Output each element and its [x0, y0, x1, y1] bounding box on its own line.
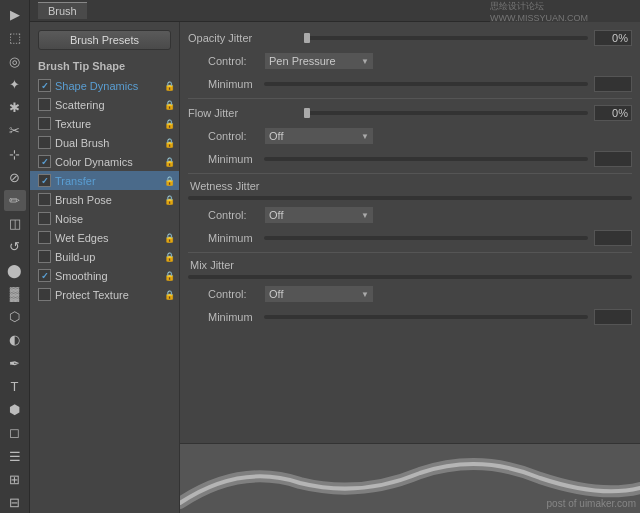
label-transfer[interactable]: Transfer [55, 175, 161, 187]
minimum-slider-4[interactable] [264, 315, 588, 319]
control-row-4: Control: Off ▼ [188, 285, 632, 303]
divider-3 [188, 252, 632, 253]
brush-item-smoothing[interactable]: Smoothing 🔒 [30, 266, 179, 285]
brush-item-texture[interactable]: Texture 🔒 [30, 114, 179, 133]
tool-marquee-rect[interactable]: ⬚ [4, 27, 26, 48]
label-wet-edges[interactable]: Wet Edges [55, 232, 161, 244]
label-brush-pose[interactable]: Brush Pose [55, 194, 161, 206]
chevron-down-icon-2: ▼ [361, 132, 369, 141]
lock-icon-build-up: 🔒 [163, 251, 175, 263]
tool-history[interactable]: ↺ [4, 236, 26, 257]
control-select-3[interactable]: Off ▼ [264, 206, 374, 224]
checkbox-protect-texture[interactable] [38, 288, 51, 301]
tool-move[interactable]: ▶ [4, 4, 26, 25]
tool-hand[interactable]: ⊞ [4, 469, 26, 490]
tool-brush[interactable]: ✏ [4, 190, 26, 211]
tool-shape[interactable]: ◻ [4, 422, 26, 443]
tool-crop[interactable]: ✂ [4, 120, 26, 141]
control-row-3: Control: Off ▼ [188, 206, 632, 224]
tool-type[interactable]: T [4, 376, 26, 397]
lock-icon-scattering: 🔒 [163, 99, 175, 111]
tool-dodge[interactable]: ◐ [4, 329, 26, 350]
lock-icon-brush-pose: 🔒 [163, 194, 175, 206]
tool-stamp[interactable]: ◫ [4, 213, 26, 234]
opacity-jitter-slider[interactable] [304, 36, 588, 40]
tool-gradient[interactable]: ▓ [4, 283, 26, 304]
brush-item-noise[interactable]: Noise [30, 209, 179, 228]
label-color-dynamics[interactable]: Color Dynamics [55, 156, 161, 168]
brush-item-dual-brush[interactable]: Dual Brush 🔒 [30, 133, 179, 152]
lock-icon-smoothing: 🔒 [163, 270, 175, 282]
checkbox-color-dynamics[interactable] [38, 155, 51, 168]
minimum-value-3[interactable] [594, 230, 632, 246]
tool-zoom[interactable]: ⊟ [4, 492, 26, 513]
divider-1 [188, 98, 632, 99]
tool-pen[interactable]: ✒ [4, 353, 26, 374]
minimum-slider-3[interactable] [264, 236, 588, 240]
content-area: Brush Presets Brush Tip Shape Shape Dyna… [30, 22, 640, 513]
tool-path-select[interactable]: ⬢ [4, 399, 26, 420]
checkbox-wet-edges[interactable] [38, 231, 51, 244]
brush-item-color-dynamics[interactable]: Color Dynamics 🔒 [30, 152, 179, 171]
lock-icon-wet-edges: 🔒 [163, 232, 175, 244]
opacity-jitter-row: Opacity Jitter 0% [188, 30, 632, 46]
flow-jitter-value[interactable]: 0% [594, 105, 632, 121]
control-select-2[interactable]: Off ▼ [264, 127, 374, 145]
label-protect-texture[interactable]: Protect Texture [55, 289, 161, 301]
label-build-up[interactable]: Build-up [55, 251, 161, 263]
tool-marquee-ellipse[interactable]: ◎ [4, 50, 26, 71]
brush-item-wet-edges[interactable]: Wet Edges 🔒 [30, 228, 179, 247]
label-shape-dynamics[interactable]: Shape Dynamics [55, 80, 161, 92]
main-panel: Brush 思绘设计论坛 WWW.MISSYUAN.COM Brush Pres… [30, 0, 640, 513]
tool-eraser[interactable]: ⬤ [4, 260, 26, 281]
label-dual-brush[interactable]: Dual Brush [55, 137, 161, 149]
checkbox-noise[interactable] [38, 212, 51, 225]
chevron-down-icon-1: ▼ [361, 57, 369, 66]
wetness-jitter-slider[interactable] [188, 196, 632, 200]
brush-item-shape-dynamics[interactable]: Shape Dynamics 🔒 [30, 76, 179, 95]
checkbox-dual-brush[interactable] [38, 136, 51, 149]
mix-jitter-slider[interactable] [188, 275, 632, 279]
checkbox-brush-pose[interactable] [38, 193, 51, 206]
minimum-slider-1[interactable] [264, 82, 588, 86]
opacity-jitter-label: Opacity Jitter [188, 32, 298, 44]
tab-brush[interactable]: Brush [38, 2, 87, 19]
checkbox-scattering[interactable] [38, 98, 51, 111]
opacity-jitter-value[interactable]: 0% [594, 30, 632, 46]
control-select-2-value: Off [269, 130, 283, 142]
label-texture[interactable]: Texture [55, 118, 161, 130]
checkbox-shape-dynamics[interactable] [38, 79, 51, 92]
flow-jitter-thumb[interactable] [304, 108, 310, 118]
control-select-4[interactable]: Off ▼ [264, 285, 374, 303]
tool-notes[interactable]: ☰ [4, 445, 26, 466]
minimum-value-4[interactable] [594, 309, 632, 325]
label-scattering[interactable]: Scattering [55, 99, 161, 111]
brush-item-scattering[interactable]: Scattering 🔒 [30, 95, 179, 114]
tool-blur[interactable]: ⬡ [4, 306, 26, 327]
minimum-slider-2[interactable] [264, 157, 588, 161]
checkbox-build-up[interactable] [38, 250, 51, 263]
label-smoothing[interactable]: Smoothing [55, 270, 161, 282]
flow-jitter-slider[interactable] [304, 111, 588, 115]
opacity-jitter-thumb[interactable] [304, 33, 310, 43]
tool-lasso[interactable]: ✦ [4, 74, 26, 95]
watermark-text: 思绘设计论坛 WWW.MISSYUAN.COM [490, 0, 636, 23]
brush-item-protect-texture[interactable]: Protect Texture 🔒 [30, 285, 179, 304]
checkbox-transfer[interactable] [38, 174, 51, 187]
checkbox-texture[interactable] [38, 117, 51, 130]
label-noise[interactable]: Noise [55, 213, 175, 225]
minimum-value-2[interactable] [594, 151, 632, 167]
tool-eyedropper[interactable]: ⊹ [4, 143, 26, 164]
tool-magic-wand[interactable]: ✱ [4, 97, 26, 118]
brush-presets-button[interactable]: Brush Presets [38, 30, 171, 50]
minimum-value-1[interactable] [594, 76, 632, 92]
tool-heal[interactable]: ⊘ [4, 167, 26, 188]
brush-item-build-up[interactable]: Build-up 🔒 [30, 247, 179, 266]
control-select-3-value: Off [269, 209, 283, 221]
lock-icon-shape-dynamics: 🔒 [163, 80, 175, 92]
control-select-1[interactable]: Pen Pressure ▼ [264, 52, 374, 70]
checkbox-smoothing[interactable] [38, 269, 51, 282]
minimum-row-4: Minimum [188, 309, 632, 325]
brush-item-brush-pose[interactable]: Brush Pose 🔒 [30, 190, 179, 209]
brush-item-transfer[interactable]: Transfer 🔒 [30, 171, 179, 190]
